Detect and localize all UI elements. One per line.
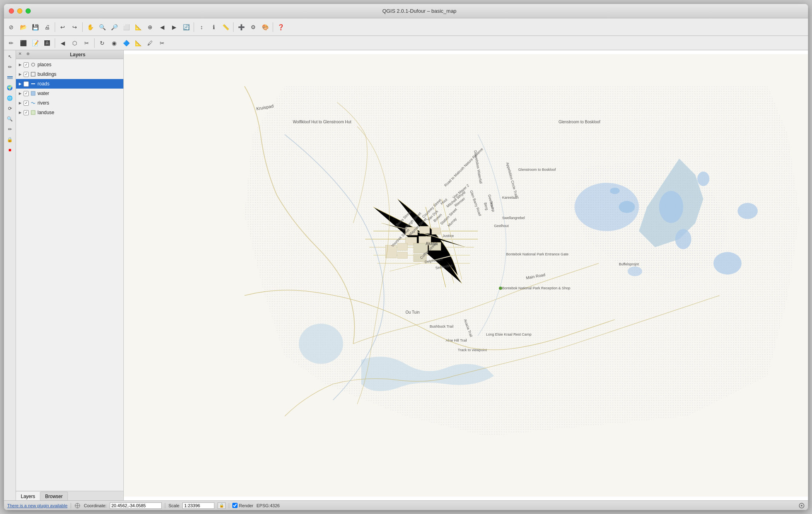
- coordinate-input[interactable]: [110, 502, 162, 509]
- water-icon-svg: [30, 91, 36, 96]
- svg-rect-5: [31, 91, 35, 95]
- label-button[interactable]: 🅰: [42, 38, 53, 49]
- maximize-button[interactable]: [26, 8, 31, 14]
- svg-point-12: [610, 188, 620, 194]
- offset-button[interactable]: 📐: [133, 38, 144, 49]
- layer-expand-buildings[interactable]: ▶: [18, 72, 22, 77]
- move-feature-button[interactable]: ◀: [57, 38, 68, 49]
- reshape-button[interactable]: 🖊: [145, 38, 156, 49]
- transform-tool[interactable]: ⟳: [5, 104, 15, 113]
- settings-icon[interactable]: [798, 502, 805, 509]
- svg-point-13: [659, 191, 683, 223]
- layer-expand-rivers[interactable]: ▶: [18, 101, 22, 105]
- layer-expand-places[interactable]: ▶: [18, 62, 22, 67]
- layer-checkbox-buildings[interactable]: [24, 72, 29, 77]
- pointer-tool[interactable]: ↖: [5, 52, 15, 61]
- globe-tool-2[interactable]: 🌐: [5, 93, 15, 103]
- layer-settings-button[interactable]: ⚙: [248, 22, 259, 33]
- identify-button[interactable]: ℹ: [208, 22, 219, 33]
- toolbar-separator: [55, 22, 55, 32]
- layer-icon-rivers: [30, 100, 36, 106]
- redo-button[interactable]: ↪: [69, 22, 80, 33]
- layers-icon[interactable]: [5, 73, 15, 82]
- split-button[interactable]: ✂: [156, 38, 168, 49]
- close-button[interactable]: [9, 8, 14, 14]
- zoom-out-button[interactable]: 🔎: [109, 22, 120, 33]
- square-tool[interactable]: ■: [5, 145, 15, 155]
- expand-layers-icon[interactable]: ⊕: [26, 51, 33, 58]
- zoom-full-button[interactable]: ⬜: [121, 22, 132, 33]
- delete-feature-button[interactable]: ✂: [81, 38, 92, 49]
- toolbar-separator-3: [194, 22, 194, 32]
- layer-expand-roads[interactable]: ▶: [18, 81, 22, 86]
- render-checkbox[interactable]: [232, 503, 238, 508]
- tab-browser[interactable]: Browser: [40, 492, 68, 500]
- minimize-button[interactable]: [17, 8, 22, 14]
- toolbar-separator-2: [82, 22, 83, 32]
- layer-checkbox-landuse[interactable]: [24, 110, 29, 115]
- svg-point-10: [299, 324, 343, 364]
- edit-button[interactable]: ✏: [6, 38, 17, 49]
- layer-name-places: places: [38, 62, 51, 67]
- simplify-button[interactable]: ◉: [109, 38, 120, 49]
- layer-item-rivers[interactable]: ▶ rivers: [16, 98, 123, 108]
- scale-lock-button[interactable]: 🔒: [218, 502, 226, 509]
- layer-checkbox-roads[interactable]: [24, 81, 29, 87]
- lock-tool[interactable]: 🔒: [5, 135, 15, 144]
- layer-item-water[interactable]: ▶ water: [16, 89, 123, 98]
- scale-label: Scale: [168, 503, 180, 508]
- status-separator-3: [229, 503, 229, 508]
- rotate-button[interactable]: ↻: [97, 38, 108, 49]
- save-project-button[interactable]: 💾: [30, 22, 41, 33]
- help-button[interactable]: ❓: [275, 22, 286, 33]
- close-layers-icon[interactable]: ✕: [18, 51, 25, 58]
- new-project-button[interactable]: ⊘: [6, 22, 17, 33]
- pencil-tool[interactable]: ✏: [5, 62, 15, 72]
- plugin-available-link[interactable]: There is a new plugin available: [7, 503, 67, 508]
- label-bontebok-reception: Bontebok National Park Reception & Shop: [502, 286, 570, 290]
- bontebok-point: [499, 287, 502, 290]
- tab-layers-label: Layers: [21, 494, 35, 499]
- add-layer-button[interactable]: ➕: [236, 22, 247, 33]
- layer-expand-water[interactable]: ▶: [18, 91, 22, 96]
- layer-item-landuse[interactable]: ▶ landuse: [16, 108, 123, 117]
- coordinate-icon: [74, 502, 81, 509]
- add-ring-button[interactable]: 🔷: [121, 38, 132, 49]
- digitize-button[interactable]: ⬛: [18, 38, 29, 49]
- layer-checkbox-rivers[interactable]: [24, 101, 29, 106]
- layer-item-roads[interactable]: ▶ roads: [16, 79, 123, 89]
- layer-item-places[interactable]: ▶ places: [16, 60, 123, 69]
- layer-checkbox-water[interactable]: [24, 91, 29, 96]
- zoom-layer-button[interactable]: 📐: [133, 22, 144, 33]
- select-feature-button[interactable]: ↕: [196, 22, 207, 33]
- print-button[interactable]: 🖨: [42, 22, 53, 33]
- zoom-prev-button[interactable]: ◀: [156, 22, 168, 33]
- layer-icon-roads: [30, 81, 36, 87]
- svg-point-2: [32, 63, 35, 66]
- undo-button[interactable]: ↩: [57, 22, 68, 33]
- zoom-in-button[interactable]: 🔍: [97, 22, 108, 33]
- label-glenstroom-mid: Glenstroom to Boskloof: [518, 168, 556, 172]
- titlebar: QGIS 2.0.1-Dufour – basic_map: [4, 4, 808, 18]
- refresh-button[interactable]: 🔄: [180, 22, 192, 33]
- measure-button[interactable]: 📏: [220, 22, 231, 33]
- globe-tool[interactable]: 🌍: [5, 83, 15, 93]
- add-feature-button[interactable]: 📝: [30, 38, 41, 49]
- node-tool-button[interactable]: ⬡: [69, 38, 80, 49]
- layer-expand-landuse[interactable]: ▶: [18, 110, 22, 115]
- layer-item-buildings[interactable]: ▶ buildings: [16, 69, 123, 79]
- search-tool[interactable]: 🔍: [5, 114, 15, 124]
- edit-tool[interactable]: ✏: [5, 125, 15, 134]
- pan-tool-button[interactable]: ✋: [85, 22, 96, 33]
- open-project-button[interactable]: 📂: [18, 22, 29, 33]
- zoom-selection-button[interactable]: ⊕: [145, 22, 156, 33]
- layer-checkbox-places[interactable]: [24, 62, 29, 67]
- tab-layers[interactable]: Layers: [16, 492, 40, 500]
- map-canvas[interactable]: Kruispad Wolflkloof Hut to Glenstroom Hu…: [124, 50, 808, 500]
- zoom-next-button[interactable]: ▶: [168, 22, 180, 33]
- main-content: ↖ ✏ 🌍 🌐 ⟳ 🔍 ✏ 🔒 ■ ✕ ⊕ Layers: [4, 50, 808, 500]
- scale-input[interactable]: [182, 502, 214, 509]
- svg-rect-41: [398, 252, 408, 259]
- label-long-elsie: Long Elsie Kraal Rest Camp: [486, 332, 531, 336]
- styling-button[interactable]: 🎨: [259, 22, 271, 33]
